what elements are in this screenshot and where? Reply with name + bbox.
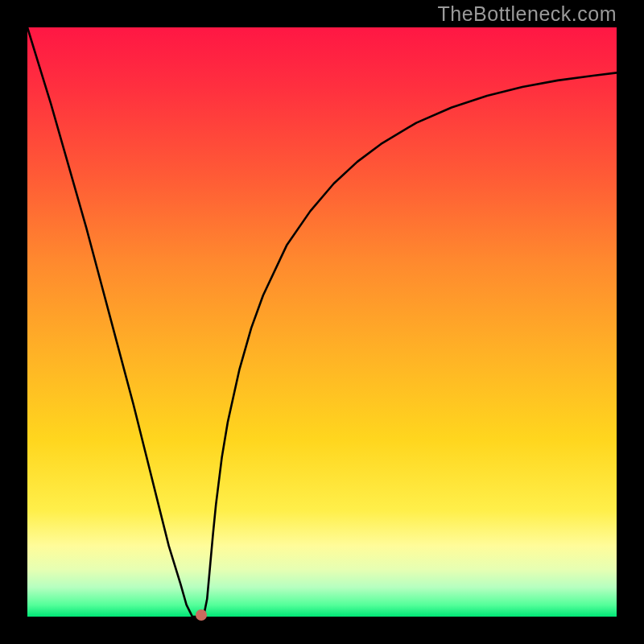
chart-plot: [27, 27, 617, 617]
brand-watermark: TheBottleneck.com: [438, 0, 617, 27]
chart-canvas: TheBottleneck.com: [0, 0, 644, 644]
bottleneck-curve: [27, 27, 617, 617]
optimum-marker-icon: [196, 609, 207, 621]
